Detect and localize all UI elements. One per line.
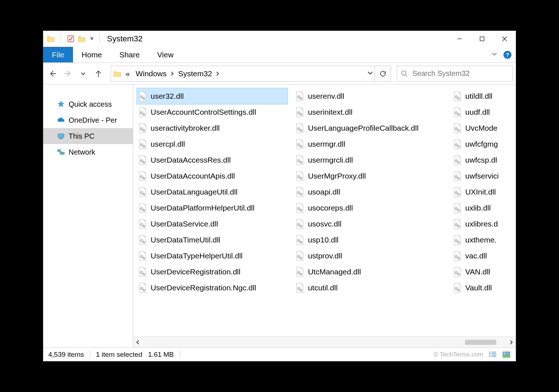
forward-button[interactable] [61, 67, 74, 80]
file-item[interactable]: Vault.dll [452, 280, 516, 296]
back-button[interactable] [46, 67, 59, 80]
file-item[interactable]: utcutil.dll [294, 280, 445, 296]
dll-file-icon [295, 171, 304, 181]
up-button[interactable] [92, 67, 105, 80]
ribbon-tab-file[interactable]: File [43, 47, 73, 62]
file-item[interactable]: VAN.dll [452, 264, 516, 280]
ribbon-tab-share[interactable]: Share [111, 47, 148, 62]
refresh-button[interactable] [375, 66, 391, 81]
titlebar[interactable]: System32 [43, 31, 516, 47]
file-item[interactable]: UserLanguageProfileCallback.dll [294, 120, 445, 136]
minimize-button[interactable] [448, 31, 471, 47]
file-item[interactable]: useractivitybroker.dll [137, 120, 287, 136]
scroll-right-icon[interactable] [506, 337, 516, 347]
file-item[interactable]: UserDeviceRegistration.Ngc.dll [137, 280, 287, 296]
details-view-icon[interactable] [488, 351, 497, 358]
scroll-track[interactable] [143, 339, 506, 346]
svg-point-61 [144, 290, 144, 291]
onedrive-icon [57, 116, 65, 124]
file-name: UserDataTypeHelperUtil.dll [151, 252, 242, 260]
file-item[interactable]: usosvc.dll [294, 216, 445, 232]
dll-file-icon [138, 107, 147, 117]
svg-point-101 [301, 242, 302, 243]
svg-point-31 [141, 176, 142, 177]
sidebar-item-label: OneDrive - Per [69, 116, 117, 124]
file-item[interactable]: userenv.dll [294, 88, 445, 104]
maximize-button[interactable] [471, 31, 493, 47]
help-icon[interactable]: ? [503, 51, 511, 59]
svg-point-111 [298, 288, 299, 289]
recent-dropdown-icon[interactable] [77, 67, 90, 80]
file-item[interactable]: UXInit.dll [452, 184, 516, 200]
svg-point-87 [298, 192, 299, 193]
file-item[interactable]: UserDataAccountApis.dll [137, 168, 287, 184]
file-item[interactable]: UserDataTimeUtil.dll [137, 232, 287, 248]
sidebar-item-pc[interactable]: This PC [43, 128, 133, 144]
file-item[interactable]: usermgrcli.dll [294, 152, 445, 168]
ribbon-tab-view[interactable]: View [148, 47, 182, 62]
file-item[interactable]: usoapi.dll [294, 184, 445, 200]
file-item[interactable]: UserDataService.dll [137, 216, 287, 232]
breadcrumb-prefix[interactable]: « [123, 69, 132, 78]
sidebar-item-star[interactable]: Quick access [43, 96, 133, 112]
svg-rect-6 [59, 138, 63, 139]
separator [99, 34, 100, 43]
properties-icon[interactable] [67, 35, 75, 43]
breadcrumb-part[interactable]: Windows [134, 69, 169, 78]
file-item[interactable]: usermgr.dll [294, 136, 445, 152]
scroll-thumb[interactable] [465, 340, 496, 345]
sidebar-item-network[interactable]: Network [43, 144, 133, 160]
ribbon-tab-home[interactable]: Home [73, 47, 111, 62]
breadcrumb-part[interactable]: System32 [176, 69, 214, 78]
file-item[interactable]: uwfcsp.dl [452, 152, 516, 168]
file-item[interactable]: UserDataAccessRes.dll [137, 152, 287, 168]
scroll-left-icon[interactable] [133, 337, 143, 347]
file-name: UserDataLanguageUtil.dll [151, 188, 237, 196]
address-bar[interactable]: « Windows System32 [111, 66, 391, 82]
file-item[interactable]: UserDataTypeHelperUtil.dll [137, 248, 287, 264]
file-item[interactable]: uudf.dll [452, 104, 516, 120]
file-item[interactable]: uxlib.dll [452, 200, 516, 216]
svg-point-79 [298, 160, 299, 161]
thumbnails-view-icon[interactable] [502, 351, 511, 358]
file-item[interactable]: usercpl.dll [137, 136, 287, 152]
file-item[interactable]: ustprov.dll [294, 248, 445, 264]
file-list[interactable]: user32.dllUserAccountControlSettings.dll… [133, 85, 516, 336]
file-item[interactable]: UserMgrProxy.dll [294, 168, 445, 184]
expand-ribbon-icon[interactable] [491, 51, 498, 59]
file-item[interactable]: UserAccountControlSettings.dll [137, 104, 287, 120]
horizontal-scrollbar[interactable] [133, 336, 516, 347]
svg-point-17 [144, 114, 144, 115]
file-item[interactable]: uxtheme. [452, 232, 516, 248]
sidebar-item-onedrive[interactable]: OneDrive - Per [43, 112, 133, 128]
file-item[interactable]: uxlibres.d [452, 216, 516, 232]
file-item[interactable]: UserDeviceRegistration.dll [137, 264, 287, 280]
file-item[interactable]: user32.dll [137, 88, 287, 104]
search-input[interactable] [412, 69, 509, 78]
file-item[interactable]: usp10.dll [294, 232, 445, 248]
chevron-right-icon[interactable] [216, 72, 220, 76]
file-item[interactable]: vac.dll [452, 248, 516, 264]
svg-point-25 [144, 146, 144, 147]
file-item[interactable]: uwfservici [452, 168, 516, 184]
file-item[interactable]: usocoreps.dll [294, 200, 445, 216]
qat-dropdown-icon[interactable] [90, 37, 94, 41]
file-item[interactable]: UserDataPlatformHelperUtil.dll [137, 200, 287, 216]
svg-point-67 [298, 113, 299, 113]
new-folder-icon[interactable] [78, 36, 86, 42]
file-item[interactable]: UtcManaged.dll [294, 264, 445, 280]
file-item[interactable]: UserDataLanguageUtil.dll [137, 184, 287, 200]
file-item[interactable]: utildll.dll [452, 88, 516, 104]
file-item[interactable]: UvcMode [452, 120, 516, 136]
close-button[interactable] [493, 31, 516, 47]
file-name: uxtheme. [465, 236, 497, 244]
svg-point-85 [301, 178, 302, 179]
dll-file-icon [295, 91, 304, 101]
svg-point-39 [141, 208, 142, 209]
chevron-right-icon[interactable] [170, 72, 175, 76]
address-dropdown-icon[interactable] [367, 70, 373, 77]
file-item[interactable]: userinitext.dll [294, 104, 445, 120]
file-item[interactable]: uwfcfgmg [452, 136, 516, 152]
search-box[interactable] [397, 66, 513, 82]
svg-point-77 [301, 146, 302, 147]
